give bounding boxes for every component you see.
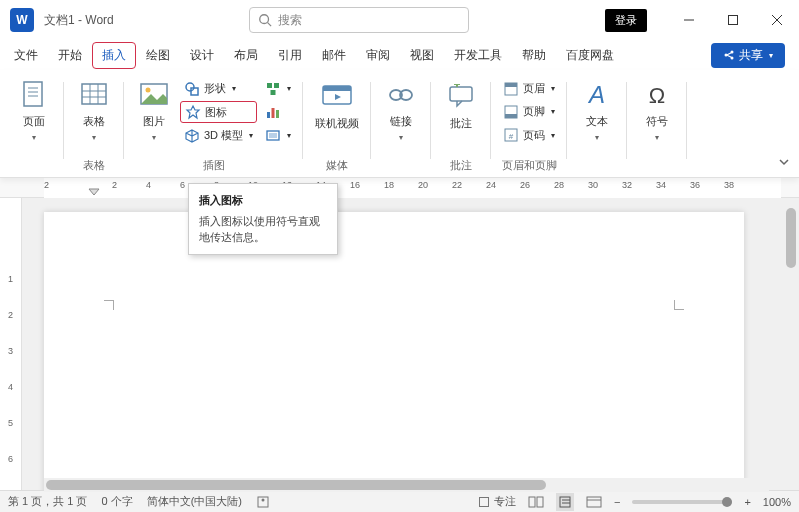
pictures-button[interactable]: 图片 ▾ (130, 76, 178, 146)
zoom-out-button[interactable]: − (614, 496, 620, 508)
window-maximize-button[interactable] (711, 0, 755, 40)
svg-rect-48 (529, 497, 535, 507)
smartart-button[interactable]: ▾ (261, 78, 295, 99)
media-label: 联机视频 (315, 116, 359, 131)
group-text: A 文本 ▾ (567, 70, 627, 177)
status-bar: 第 1 页，共 1 页 0 个字 简体中文(中国大陆) 专注 − + 100% (0, 490, 799, 512)
zoom-in-button[interactable]: + (744, 496, 750, 508)
search-placeholder: 搜索 (278, 12, 302, 29)
group-headerfooter: 页眉▾ 页脚▾ # 页码▾ 页眉和页脚 (491, 70, 567, 177)
svg-rect-13 (82, 84, 106, 104)
3d-models-button[interactable]: 3D 模型▾ (180, 125, 257, 146)
svg-rect-3 (728, 16, 737, 25)
share-label: 共享 (739, 47, 763, 64)
tab-mailings[interactable]: 邮件 (312, 42, 356, 69)
page-area[interactable] (22, 198, 799, 490)
tab-developer[interactable]: 开发工具 (444, 42, 512, 69)
online-video-button[interactable]: 联机视频 (309, 76, 365, 146)
svg-point-19 (146, 88, 151, 93)
vertical-scrollbar[interactable] (783, 198, 799, 490)
horizontal-scrollbar[interactable] (44, 478, 769, 492)
pages-button[interactable]: 页面 ▾ (10, 76, 58, 146)
svg-point-8 (731, 57, 734, 60)
tab-help[interactable]: 帮助 (512, 42, 556, 69)
status-words[interactable]: 0 个字 (101, 494, 132, 509)
link-label: 链接 (390, 114, 412, 129)
shapes-icon (184, 81, 200, 97)
tab-review[interactable]: 审阅 (356, 42, 400, 69)
group-links: 链接 ▾ (371, 70, 431, 177)
accessibility-icon[interactable] (256, 495, 270, 509)
link-icon (385, 80, 417, 110)
indent-marker-icon[interactable] (88, 188, 100, 196)
tooltip: 插入图标 插入图标以使用符号直观地传达信息。 (188, 183, 338, 255)
horizontal-ruler[interactable]: 22468101214161820222426283032343638 (0, 178, 799, 198)
svg-point-46 (261, 498, 264, 501)
group-illustrations-label: 插图 (203, 158, 225, 173)
svg-point-0 (260, 15, 269, 24)
tab-draw[interactable]: 绘图 (136, 42, 180, 69)
picture-icon (138, 80, 170, 110)
scroll-thumb[interactable] (786, 208, 796, 268)
svg-rect-47 (479, 497, 488, 506)
svg-rect-29 (269, 133, 277, 138)
view-print-icon[interactable] (556, 493, 574, 511)
view-read-icon[interactable] (528, 495, 544, 509)
tab-design[interactable]: 设计 (180, 42, 224, 69)
link-button[interactable]: 链接 ▾ (377, 76, 425, 146)
svg-rect-21 (191, 88, 198, 95)
svg-text:A: A (587, 81, 605, 108)
table-button[interactable]: 表格 ▾ (70, 76, 118, 146)
shapes-button[interactable]: 形状▾ (180, 78, 257, 99)
icons-button[interactable]: 图标 (180, 101, 257, 123)
status-language[interactable]: 简体中文(中国大陆) (147, 494, 242, 509)
footer-button[interactable]: 页脚▾ (499, 101, 559, 122)
svg-rect-40 (505, 114, 517, 118)
window-close-button[interactable] (755, 0, 799, 40)
document-page[interactable] (44, 212, 744, 490)
svg-rect-23 (274, 83, 279, 88)
vertical-ruler[interactable]: 123456 (0, 198, 22, 490)
tab-home[interactable]: 开始 (48, 42, 92, 69)
page-icon (18, 80, 50, 110)
status-page[interactable]: 第 1 页，共 1 页 (8, 494, 87, 509)
comment-icon (445, 80, 477, 112)
view-web-icon[interactable] (586, 495, 602, 509)
comment-button[interactable]: 批注 (437, 76, 485, 146)
tab-insert[interactable]: 插入 (92, 42, 136, 69)
tab-file[interactable]: 文件 (4, 42, 48, 69)
zoom-slider[interactable] (632, 500, 732, 504)
focus-mode-button[interactable]: 专注 (477, 494, 516, 509)
scroll-thumb[interactable] (46, 480, 546, 490)
svg-rect-27 (276, 110, 279, 118)
zoom-level[interactable]: 100% (763, 496, 791, 508)
text-icon: A (581, 80, 613, 110)
pages-label: 页面 (23, 114, 45, 129)
page-number-button[interactable]: # 页码▾ (499, 125, 559, 146)
login-button[interactable]: 登录 (605, 9, 647, 32)
svg-rect-25 (267, 112, 270, 118)
tab-baidu[interactable]: 百度网盘 (556, 42, 624, 69)
svg-point-20 (186, 83, 194, 91)
svg-text:#: # (509, 132, 514, 141)
ribbon-collapse-button[interactable] (777, 155, 791, 169)
svg-point-6 (731, 51, 734, 54)
screenshot-button[interactable]: ▾ (261, 125, 295, 146)
tab-layout[interactable]: 布局 (224, 42, 268, 69)
window-minimize-button[interactable] (667, 0, 711, 40)
header-button[interactable]: 页眉▾ (499, 78, 559, 99)
tooltip-body: 插入图标以使用符号直观地传达信息。 (199, 213, 327, 246)
symbol-button[interactable]: Ω 符号 ▾ (633, 76, 681, 146)
chart-button[interactable] (261, 101, 295, 122)
svg-text:Ω: Ω (649, 83, 665, 108)
svg-rect-24 (271, 90, 276, 95)
search-input[interactable]: 搜索 (249, 7, 469, 33)
tab-references[interactable]: 引用 (268, 42, 312, 69)
group-tables-label: 表格 (83, 158, 105, 173)
text-button[interactable]: A 文本 ▾ (573, 76, 621, 146)
group-comments: 批注 批注 (431, 70, 491, 177)
tab-view[interactable]: 视图 (400, 42, 444, 69)
group-headerfooter-label: 页眉和页脚 (502, 158, 557, 173)
group-pages: 页面 ▾ (0, 70, 64, 177)
share-button[interactable]: 共享 ▾ (711, 43, 785, 68)
